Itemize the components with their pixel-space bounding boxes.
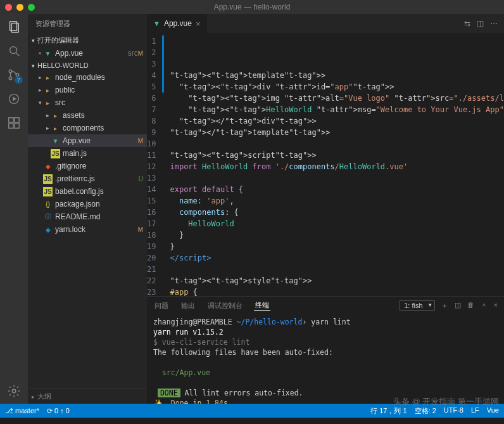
close-window-button[interactable] — [5, 4, 12, 11]
tree-item[interactable]: ⓘREADME.md — [28, 210, 147, 223]
close-editor-icon[interactable]: × — [37, 50, 43, 56]
tree-item[interactable]: {}package.json — [28, 198, 147, 210]
settings-icon[interactable] — [6, 383, 22, 399]
svg-point-2 — [10, 47, 17, 54]
debug-icon[interactable] — [6, 91, 22, 106]
kill-terminal-icon[interactable]: 🗑 — [467, 301, 474, 311]
split-terminal-icon[interactable]: ◫ — [455, 301, 461, 311]
panel-tab-debug[interactable]: 调试控制台 — [206, 301, 244, 311]
editor-area: ▼ App.vue × ⇆ ◫ ⋯ 1234567891011121314151… — [147, 14, 504, 404]
status-lang[interactable]: Vue — [487, 406, 499, 416]
scm-icon[interactable]: 7 — [6, 67, 22, 82]
gutter-diff-indicator — [162, 35, 164, 93]
code-line — [162, 138, 504, 150]
panel-tab-problems[interactable]: 问题 — [153, 301, 170, 311]
status-encoding[interactable]: UTF-8 — [444, 406, 463, 416]
terminal-output[interactable]: zhangjing@PREAMBLE ~/P/hello-world› yarn… — [147, 314, 504, 404]
twisty-icon[interactable]: ▸ — [44, 112, 51, 119]
file-status: U — [139, 176, 143, 183]
file-label: public — [55, 86, 143, 94]
twisty-icon[interactable]: ▸ — [44, 125, 51, 131]
new-terminal-icon[interactable]: ＋ — [441, 301, 448, 311]
tree-item[interactable]: JSmain.js — [28, 147, 147, 160]
code-line: </script> — [162, 252, 504, 264]
panel-tab-output[interactable]: 输出 — [180, 301, 196, 311]
vue-file-icon: ▼ — [153, 20, 160, 27]
tree-item[interactable]: JS.prettierrc.jsU — [28, 172, 147, 185]
svg-point-4 — [9, 70, 12, 73]
window-title: App.vue — hello-world — [0, 3, 504, 11]
split-editor-icon[interactable]: ◫ — [477, 19, 484, 28]
readme-icon: ⓘ — [43, 212, 53, 222]
tree-item[interactable]: ▸▸assets — [28, 109, 147, 122]
open-editors-section[interactable]: 打开的编辑器 — [28, 34, 147, 47]
search-icon[interactable] — [6, 43, 22, 58]
file-status: M — [138, 226, 143, 233]
status-indent[interactable]: 空格: 2 — [415, 406, 436, 416]
code-line: "t-tag"></"t-tag">template"t-tag">> — [162, 127, 504, 138]
js-icon: JS — [43, 174, 53, 184]
status-branch[interactable]: ⎇ master* — [5, 407, 39, 415]
code-line: "t-tag"><"t-tag">script"t-tag">> — [162, 150, 504, 161]
compare-icon[interactable]: ⇆ — [464, 19, 470, 28]
code-line: name: 'app', — [162, 195, 504, 207]
open-editor-item[interactable]: × ▼ App.vue src M — [28, 47, 147, 60]
folder-icon: ▸ — [43, 86, 53, 95]
code-line: #app { — [162, 286, 504, 296]
tree-item[interactable]: ◆yarn.lockM — [28, 223, 147, 236]
tree-item[interactable]: ▸▸components — [28, 122, 147, 134]
extensions-icon[interactable] — [6, 115, 22, 131]
outline-section[interactable]: 大纲 — [28, 389, 147, 404]
maximize-window-button[interactable] — [28, 4, 35, 11]
code-content[interactable]: "t-tag"><"t-tag">template"t-tag">> "t-ta… — [162, 33, 504, 296]
file-label: babel.config.js — [55, 187, 143, 196]
code-line: } — [162, 229, 504, 241]
panel-tab-terminal[interactable]: 终端 — [254, 300, 270, 311]
code-line — [162, 172, 504, 184]
editor-body[interactable]: 1234567891011121314151617181920212223242… — [147, 33, 504, 296]
terminal-shell-select[interactable]: 1: fish — [400, 300, 434, 311]
close-panel-icon[interactable]: × — [494, 301, 498, 311]
twisty-icon[interactable]: ▾ — [37, 100, 43, 106]
explorer-icon[interactable] — [6, 19, 22, 34]
yarn-icon: ◆ — [43, 225, 53, 234]
bottom-panel: 问题 输出 调试控制台 终端 1: fish ＋ ◫ 🗑 ＾ × zhangji… — [147, 296, 504, 404]
tree-item[interactable]: ▼App.vueM — [28, 134, 147, 147]
file-label: yarn.lock — [55, 225, 138, 234]
file-label: README.md — [55, 212, 143, 221]
explorer-title: 资源管理器 — [28, 14, 147, 34]
file-label: main.js — [63, 149, 143, 158]
twisty-icon[interactable]: ▸ — [37, 87, 43, 93]
workspace-section[interactable]: HELLO-WORLD — [28, 60, 147, 71]
minimize-window-button[interactable] — [16, 4, 23, 11]
tree-item[interactable]: ◆.gitignore — [28, 160, 147, 172]
maximize-panel-icon[interactable]: ＾ — [481, 301, 488, 311]
folder-icon: ▸ — [43, 98, 53, 108]
file-label: node_modules — [55, 73, 143, 82]
tree-item[interactable]: ▾▸src — [28, 96, 147, 109]
tab-app-vue[interactable]: ▼ App.vue × — [147, 14, 207, 33]
status-sync[interactable]: ⟳ 0 ↑ 0 — [47, 407, 70, 415]
file-status: M — [138, 138, 143, 145]
twisty-icon[interactable]: ▸ — [37, 74, 43, 80]
tree-item[interactable]: ▸▸public — [28, 84, 147, 96]
code-line: HelloWorld — [162, 218, 504, 229]
close-tab-icon[interactable]: × — [196, 19, 201, 29]
folder-icon: ▸ — [43, 73, 53, 82]
code-line: "t-tag"><"t-tag">template"t-tag">> — [162, 70, 504, 81]
vue-icon: ▼ — [51, 136, 60, 146]
file-label: App.vue — [63, 136, 138, 145]
status-eol[interactable]: LF — [471, 406, 479, 416]
tab-label: App.vue — [164, 19, 192, 28]
editor-tabs: ▼ App.vue × ⇆ ◫ ⋯ — [147, 14, 504, 33]
file-label: .prettierrc.js — [55, 174, 139, 183]
svg-point-13 — [12, 389, 16, 393]
file-label: package.json — [55, 200, 143, 209]
vue-file-icon: ▼ — [43, 49, 53, 58]
more-actions-icon[interactable]: ⋯ — [490, 19, 498, 28]
status-cursor[interactable]: 行 17，列 1 — [370, 406, 406, 416]
explorer-panel: 资源管理器 打开的编辑器 × ▼ App.vue src M HELLO-WOR… — [28, 14, 147, 404]
file-hint: src — [128, 49, 138, 58]
tree-item[interactable]: ▸▸node_modules — [28, 71, 147, 84]
tree-item[interactable]: JSbabel.config.js — [28, 185, 147, 198]
